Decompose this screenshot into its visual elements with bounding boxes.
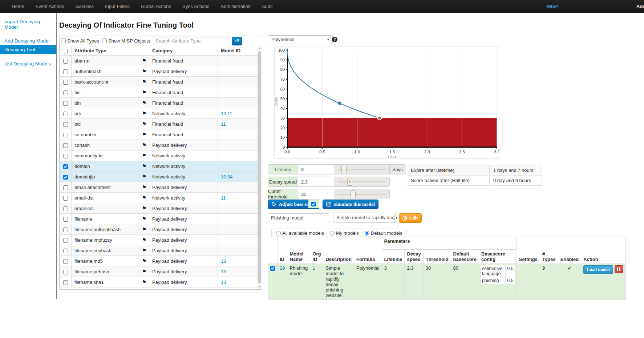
decay-chart[interactable]: 01020304050607080901000.00.51.01.52.02.5…	[275, 47, 499, 158]
scroll-down-arrow[interactable]: ▼	[258, 285, 262, 289]
row-checkbox[interactable]	[63, 80, 68, 85]
navbar-user-menu[interactable]: Admin	[636, 0, 644, 13]
resize-grip-icon[interactable]	[393, 219, 396, 222]
row-checkbox[interactable]	[63, 175, 68, 180]
cutoff-point[interactable]	[378, 116, 381, 120]
show-misp-objects-checkbox[interactable]	[102, 39, 107, 43]
col-model-id[interactable]: Model ID	[218, 46, 258, 56]
model-row-checkbox[interactable]	[270, 266, 275, 271]
model-id-links[interactable]: 13	[218, 277, 258, 287]
attribute-row-btc[interactable]: btc⚑Financial fraud11	[60, 119, 258, 129]
row-checkbox[interactable]	[63, 112, 68, 116]
radio-my-models[interactable]	[330, 231, 335, 236]
nav-item-global-actions[interactable]: Global Actions	[141, 0, 171, 13]
row-checkbox[interactable]	[63, 133, 68, 137]
attribute-row-domain-ip[interactable]: domain|ip⚑Network activity10 84	[60, 172, 258, 182]
nav-item-galaxies[interactable]: Galaxies	[75, 0, 94, 13]
row-checkbox[interactable]	[63, 90, 68, 95]
row-checkbox[interactable]	[63, 69, 68, 74]
attribute-row-email-src[interactable]: email-src⚑Payload delivery	[60, 203, 258, 214]
row-checkbox[interactable]	[63, 206, 68, 211]
sidebar-item-import-decaying-model[interactable]: Import Decaying Model	[0, 17, 56, 31]
nav-item-home[interactable]: Home	[12, 0, 24, 13]
attribute-row-authentihash[interactable]: authentihash⚑Payload delivery	[60, 66, 258, 77]
row-checkbox[interactable]	[63, 259, 68, 264]
scrollbar-thumb[interactable]	[258, 51, 261, 283]
row-checkbox[interactable]	[63, 59, 68, 64]
attribute-row-bro[interactable]: bro⚑Network activity10 11	[60, 108, 258, 119]
lifetime-slider[interactable]	[335, 165, 389, 174]
radio-label-my-models[interactable]: My models	[336, 230, 359, 236]
model-id-links[interactable]: 11	[218, 193, 258, 203]
sidebar-item-list-decaying-models[interactable]: List Decaying Models	[0, 60, 56, 68]
radio-all-available-models[interactable]	[276, 231, 281, 236]
row-checkbox[interactable]	[63, 196, 68, 201]
simulate-model-button[interactable]: Simulate this model	[323, 200, 378, 209]
attribute-row-domain[interactable]: domain⚑Network activity	[60, 161, 258, 172]
spinner-arrows-icon[interactable]: ▲▼	[394, 214, 396, 217]
col-attribute-type[interactable]: Attribute Type	[72, 46, 149, 56]
cutoff-threshold-slider[interactable]	[335, 189, 389, 199]
nav-item-sync-actions[interactable]: Sync Actions	[182, 0, 209, 13]
nav-item-input-filters[interactable]: Input Filters	[105, 0, 130, 13]
model-org-link[interactable]: 1	[312, 265, 315, 271]
radio-label-default-models[interactable]: Default models	[371, 230, 402, 236]
row-checkbox[interactable]	[63, 280, 68, 285]
attribute-row-filename-sha1[interactable]: filename|sha1⚑Payload delivery13	[60, 277, 258, 287]
model-id-link[interactable]: 29	[280, 265, 285, 271]
model-id-links[interactable]: 13	[218, 256, 258, 266]
edit-model-button[interactable]: Edit	[399, 213, 422, 223]
sidebar-item-decaying-tool[interactable]: Decaying Tool	[0, 45, 56, 54]
model-id-links[interactable]: 13	[218, 266, 258, 277]
model-id-links[interactable]: 10 84	[218, 172, 258, 182]
help-icon[interactable]: ?	[332, 37, 337, 42]
load-model-button[interactable]: Load model	[583, 265, 613, 274]
attribute-row-filename-impfuzzy[interactable]: filename|impfuzzy⚑Payload delivery	[60, 235, 258, 245]
adjust-base-score-toggle[interactable]	[308, 200, 319, 208]
show-all-types-label[interactable]: Show All Types	[67, 38, 99, 44]
attribute-row-bin[interactable]: bin⚑Financial fraud	[60, 98, 258, 108]
col-category[interactable]: Category	[149, 46, 218, 56]
slider-track[interactable]	[338, 194, 386, 195]
model-id-links[interactable]: 10 11	[218, 108, 258, 119]
model-description-textarea[interactable]: Simple model to rapidly decay ▲▼	[333, 213, 397, 223]
radio-default-models[interactable]	[365, 231, 369, 236]
row-checkbox[interactable]	[63, 122, 68, 127]
adjust-base-score-checkbox[interactable]	[311, 202, 316, 206]
model-row[interactable]: 29 Phishing model 1 Simple model to rapi…	[268, 264, 626, 300]
row-checkbox[interactable]	[63, 249, 68, 253]
row-checkbox[interactable]	[63, 238, 68, 243]
refresh-button[interactable]: ↺	[232, 37, 242, 45]
attribute-table-scrollbar[interactable]: ▲ ▼	[258, 46, 262, 289]
nav-item-administration[interactable]: Administration	[221, 0, 251, 13]
pause-model-button[interactable]	[615, 265, 623, 273]
decay-speed-slider[interactable]	[335, 177, 389, 186]
attribute-row-community-id[interactable]: community-id⚑Network activity	[60, 150, 258, 161]
attribute-row-bic[interactable]: bic⚑Financial fraud	[60, 87, 258, 98]
sidebar-item-add-decaying-model[interactable]: Add Decaying Model	[0, 37, 56, 45]
scroll-up-arrow[interactable]: ▲	[258, 46, 262, 51]
formula-select[interactable]: Polynomial ▼	[268, 35, 333, 44]
row-checkbox[interactable]	[63, 101, 68, 106]
nav-item-event-actions[interactable]: Event Actions	[36, 0, 64, 13]
attribute-row-filename[interactable]: filename⚑Payload delivery	[60, 214, 258, 224]
decay-speed-input[interactable]	[298, 177, 335, 186]
radio-label-all-available-models[interactable]: All available models	[282, 230, 324, 236]
slider-handle[interactable]	[347, 178, 352, 186]
slider-track[interactable]	[338, 181, 386, 182]
row-checkbox[interactable]	[63, 185, 68, 190]
attribute-row-filename-imphash[interactable]: filename|imphash⚑Payload delivery	[60, 245, 258, 256]
show-all-types-checkbox[interactable]	[61, 39, 66, 43]
model-name-input[interactable]	[268, 213, 330, 222]
row-checkbox[interactable]	[63, 154, 68, 158]
current-score-point[interactable]	[338, 102, 341, 105]
attribute-row-email-attachment[interactable]: email-attachment⚑Payload delivery	[60, 182, 258, 193]
model-id-links[interactable]: 11	[218, 119, 258, 129]
attribute-row-filename-md5[interactable]: filename|md5⚑Payload delivery13	[60, 256, 258, 266]
attribute-row-filename-authentihash[interactable]: filename|authentihash⚑Payload delivery	[60, 224, 258, 235]
attribute-row-aba-rtn[interactable]: aba-rtn⚑Financial fraud	[60, 56, 258, 66]
attribute-row-bank-account-nr[interactable]: bank-account-nr⚑Financial fraud	[60, 77, 258, 87]
search-attribute-type-input[interactable]	[153, 37, 230, 45]
attribute-row-email-dst[interactable]: email-dst⚑Network activity11	[60, 193, 258, 203]
select-all-checkbox[interactable]	[63, 49, 68, 53]
